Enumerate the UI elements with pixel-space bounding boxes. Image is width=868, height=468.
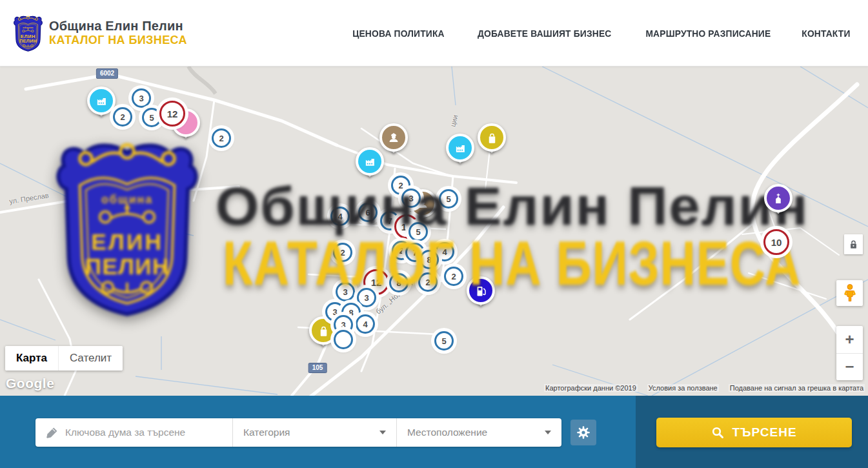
chevron-down-icon — [545, 431, 551, 434]
header: Община Елин Пелин КАТАЛОГ НА БИЗНЕСА ЦЕН… — [0, 0, 868, 66]
search-fields: Категория Местоположение — [35, 418, 561, 447]
shopping-bag-icon — [486, 132, 498, 144]
cluster-marker[interactable]: 4 — [356, 314, 375, 334]
pegman-icon — [843, 284, 856, 302]
cluster-marker[interactable]: 5 — [409, 222, 428, 241]
factory-icon — [454, 142, 467, 154]
municipality-crest-icon — [13, 15, 43, 52]
cluster-marker[interactable]: 3 — [357, 288, 376, 307]
chevron-down-icon — [379, 431, 386, 434]
pin-church[interactable] — [764, 184, 792, 212]
search-icon — [711, 426, 724, 439]
search-button[interactable]: ТЪРСЕНЕ — [656, 418, 852, 447]
factory-icon — [96, 95, 108, 107]
road-badge: 105 — [308, 363, 327, 373]
cluster-marker[interactable]: 4 — [330, 207, 350, 226]
cluster-marker[interactable] — [334, 330, 353, 349]
map-type-satellite-button[interactable]: Сателит — [58, 346, 123, 371]
fuel-pump-icon — [474, 284, 487, 297]
category-select[interactable]: Категория — [232, 418, 396, 447]
cluster-marker[interactable]: 3 — [336, 282, 355, 301]
cluster-marker[interactable]: 3 — [132, 88, 151, 108]
cluster-marker[interactable]: 2 — [113, 107, 132, 127]
page: Община Елин Пелин КАТАЛОГ НА БИЗНЕСА ЦЕН… — [0, 0, 868, 468]
cluster-marker[interactable]: 5 — [439, 189, 458, 209]
cluster-marker[interactable]: 10 — [763, 229, 789, 255]
lock-icon — [849, 239, 858, 250]
site-logo[interactable]: Община Елин Пелин КАТАЛОГ НА БИЗНЕСА — [13, 14, 187, 52]
nav-contacts[interactable]: КОНТАКТИ — [802, 28, 850, 39]
cluster-marker[interactable]: 2 — [333, 243, 352, 262]
nav-route-schedule[interactable]: МАРШРУТНО РАЗПИСАНИЕ — [646, 28, 771, 39]
location-select[interactable]: Местоположение — [396, 418, 561, 447]
cluster-marker[interactable]: 5 — [142, 108, 161, 127]
street-view-pegman-button[interactable] — [836, 280, 863, 306]
zoom-control: + − — [836, 326, 863, 380]
attribution-report-error-link[interactable]: Подаване на сигнал за грешка в картата — [729, 384, 865, 392]
pin-bag[interactable] — [478, 123, 506, 152]
pin-factory[interactable] — [87, 86, 116, 115]
main-nav: ЦЕНОВА ПОЛИТИКА ДОБАВЕТЕ ВАШИЯТ БИЗНЕС М… — [348, 28, 853, 39]
church-icon — [772, 192, 785, 205]
gear-icon — [576, 425, 591, 440]
cluster-marker[interactable]: 3 — [401, 188, 421, 208]
cluster-marker[interactable]: 8 — [389, 273, 409, 292]
shopping-bag-icon — [318, 325, 330, 337]
google-logo[interactable]: Google — [6, 376, 54, 391]
pin-factory[interactable] — [356, 147, 384, 176]
cluster-marker[interactable]: 6 — [358, 203, 378, 222]
zoom-out-button[interactable]: − — [836, 354, 863, 381]
cluster-marker[interactable]: 8 — [419, 250, 439, 269]
keyword-search-input[interactable] — [65, 427, 227, 438]
search-bar: Категория Местоположение — [0, 396, 868, 468]
road-badge: 6002 — [96, 68, 118, 79]
pencil-icon — [46, 427, 57, 438]
cluster-marker[interactable]: 5 — [434, 331, 454, 351]
zoom-in-button[interactable]: + — [836, 326, 863, 354]
location-select-label: Местоположение — [407, 427, 487, 438]
lock-button[interactable] — [844, 234, 863, 254]
cluster-marker[interactable]: 12 — [159, 101, 185, 127]
map-type-map-button[interactable]: Карта — [5, 346, 58, 371]
attribution-copyright: Картографски данни ©2019 — [544, 384, 638, 392]
category-select-label: Категория — [243, 427, 290, 438]
pin-factory[interactable] — [446, 134, 474, 162]
site-title: Община Елин Пелин КАТАЛОГ НА БИЗНЕСА — [49, 19, 187, 47]
nav-pricing-policy[interactable]: ЦЕНОВА ПОЛИТИКА — [352, 28, 444, 39]
worker-icon — [387, 131, 400, 144]
map-attribution: Картографски данни ©2019 Условия за полз… — [544, 384, 865, 392]
keyword-field-wrap — [35, 418, 232, 447]
factory-icon — [364, 156, 376, 168]
map-type-control: Карта Сателит — [5, 346, 123, 371]
cluster-marker[interactable]: 2 — [212, 128, 231, 148]
map-canvas[interactable]: 3251222356471352274822128333843510ул. Пр… — [0, 66, 868, 396]
nav-add-business[interactable]: ДОБАВЕТЕ ВАШИЯТ БИЗНЕС — [478, 28, 611, 39]
site-title-line1: Община Елин Пелин — [49, 19, 187, 34]
cluster-marker[interactable]: 2 — [444, 267, 463, 286]
cluster-marker[interactable]: 2 — [418, 272, 438, 292]
search-button-label: ТЪРСЕНЕ — [732, 425, 796, 440]
advanced-options-button[interactable] — [570, 420, 596, 445]
attribution-terms-link[interactable]: Условия за ползване — [647, 384, 719, 392]
site-title-line2: КАТАЛОГ НА БИЗНЕСА — [49, 34, 187, 47]
pin-fuel[interactable] — [467, 276, 495, 305]
